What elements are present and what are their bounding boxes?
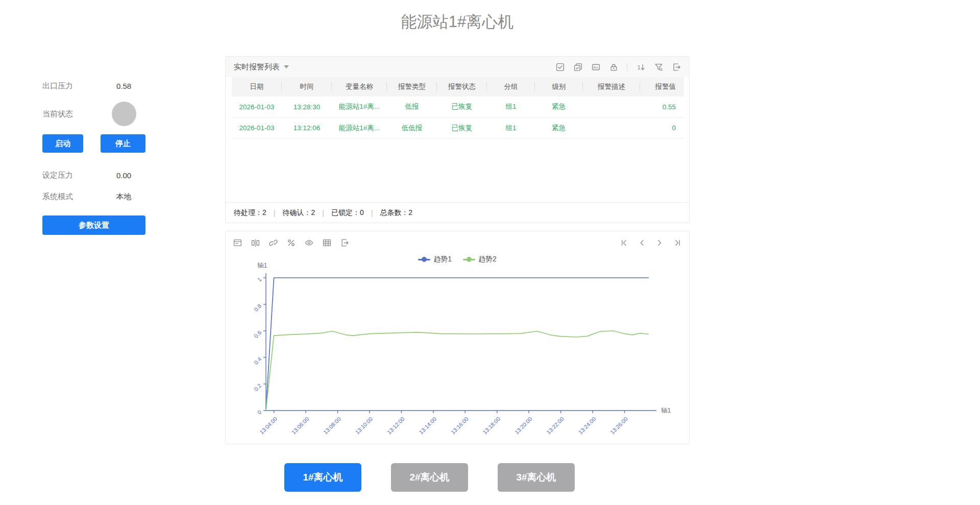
svg-text:0.6: 0.6 — [253, 329, 262, 339]
start-button[interactable]: 启动 — [42, 134, 83, 153]
machine-tabs: 1#离心机2#离心机3#离心机 — [225, 463, 690, 492]
system-mode-row: 系统模式 本地 — [42, 190, 145, 203]
set-pressure-value: 0.00 — [102, 171, 145, 180]
svg-text:13:08:00: 13:08:00 — [322, 416, 342, 436]
column-header: 报警值 — [640, 77, 684, 97]
svg-text:轴1: 轴1 — [257, 262, 267, 269]
alarm-cell-level: 紧急 — [535, 117, 583, 138]
column-header: 日期 — [232, 77, 282, 97]
alarm-cell-date: 2026-01-03 — [232, 117, 282, 138]
alarm-cell-description — [583, 97, 640, 117]
current-status-row: 当前状态 — [42, 102, 145, 126]
multi-select-icon[interactable] — [573, 62, 582, 71]
export-icon[interactable] — [672, 62, 681, 71]
machine-tab-1[interactable]: 1#离心机 — [284, 463, 361, 492]
svg-text:13:12:00: 13:12:00 — [386, 416, 406, 436]
alarm-cell-status: 已恢复 — [437, 97, 487, 117]
alarm-cell-type: 低低报 — [387, 117, 437, 138]
page-title: 能源站1#离心机 — [225, 11, 690, 33]
svg-text:13:16:00: 13:16:00 — [450, 416, 470, 436]
alarm-cell-group: 组1 — [487, 97, 535, 117]
svg-text:0.2: 0.2 — [253, 382, 262, 392]
alarm-cell-variable: 能源站1#离... — [332, 117, 387, 138]
alarm-cell-date: 2026-01-03 — [232, 97, 282, 117]
alarm-cell-group: 组1 — [487, 117, 535, 138]
set-pressure-row: 设定压力 0.00 — [42, 169, 145, 182]
stat-item: 待处理：2 — [234, 208, 266, 218]
machine-tab-2[interactable]: 2#离心机 — [391, 463, 468, 492]
alarm-panel: 实时报警列表 ALL1 日期时间变量名称报警类型报警状态分组级别报警描述报警值 … — [225, 56, 690, 223]
alarm-table: 日期时间变量名称报警类型报警状态分组级别报警描述报警值 2026-01-0313… — [232, 77, 684, 139]
svg-text:1: 1 — [637, 64, 641, 70]
column-header: 报警状态 — [437, 77, 487, 97]
parameter-settings-button[interactable]: 参数设置 — [42, 215, 145, 235]
svg-text:0.8: 0.8 — [253, 303, 262, 312]
outlet-pressure-label: 出口压力 — [42, 81, 73, 91]
outlet-pressure-value: 0.58 — [102, 82, 145, 90]
alarm-cell-description — [583, 117, 640, 138]
column-header: 分组 — [487, 77, 535, 97]
stat-separator: | — [322, 209, 324, 217]
svg-text:13:22:00: 13:22:00 — [545, 416, 565, 436]
alarm-cell-time: 13:12:06 — [282, 117, 332, 138]
alarm-cell-time: 13:28:30 — [282, 97, 332, 117]
alarm-cell-level: 紧急 — [535, 97, 583, 117]
system-mode-label: 系统模式 — [42, 192, 73, 202]
alarm-list-dropdown[interactable]: 实时报警列表 — [234, 62, 289, 72]
svg-text:13:24:00: 13:24:00 — [577, 416, 597, 436]
alarm-stats-bar: 待处理：2|待确认：2|已锁定：0|总条数：2 — [226, 202, 689, 223]
alarm-list-title: 实时报警列表 — [234, 62, 280, 72]
svg-text:13:18:00: 13:18:00 — [481, 416, 501, 436]
svg-text:13:14:00: 13:14:00 — [418, 416, 438, 436]
column-header: 变量名称 — [332, 77, 387, 97]
sort-icon[interactable]: 1 — [636, 62, 645, 71]
svg-text:0.4: 0.4 — [253, 356, 262, 366]
stat-separator: | — [274, 209, 276, 217]
svg-text:13:04:00: 13:04:00 — [258, 416, 278, 436]
toolbar-divider — [627, 63, 627, 71]
outlet-pressure-row: 出口压力 0.58 — [42, 79, 145, 92]
column-header: 时间 — [282, 77, 332, 97]
svg-text:13:26:00: 13:26:00 — [609, 416, 629, 436]
stat-item: 已锁定：0 — [331, 208, 364, 218]
svg-text:13:10:00: 13:10:00 — [354, 416, 374, 436]
lock-icon[interactable] — [609, 62, 618, 71]
select-all-icon[interactable]: ALL — [591, 62, 600, 71]
alarm-cell-variable: 能源站1#离... — [332, 97, 387, 117]
filter-icon[interactable] — [654, 62, 663, 71]
svg-text:13:06:00: 13:06:00 — [290, 416, 310, 436]
svg-text:ALL: ALL — [593, 65, 599, 68]
stop-button[interactable]: 停止 — [101, 134, 145, 153]
column-header: 报警类型 — [387, 77, 437, 97]
alarm-toolbar: ALL1 — [555, 62, 681, 71]
alarm-table-header-row: 日期时间变量名称报警类型报警状态分组级别报警描述报警值 — [232, 77, 684, 97]
alarm-cell-status: 已恢复 — [437, 117, 487, 138]
stat-separator: | — [371, 209, 373, 217]
alarm-row[interactable]: 2026-01-0313:12:06能源站1#离...低低报已恢复组1紧急0 — [232, 117, 684, 138]
alarm-row[interactable]: 2026-01-0313:28:30能源站1#离...低报已恢复组1紧急0.55 — [232, 97, 684, 117]
column-header: 报警描述 — [583, 77, 640, 97]
alarm-panel-header: 实时报警列表 ALL1 — [226, 57, 689, 77]
chevron-down-icon — [284, 65, 289, 68]
alarm-cell-type: 低报 — [387, 97, 437, 117]
trend-chart: 00.20.40.60.8113:04:0013:06:0013:08:0013… — [226, 231, 690, 445]
alarm-cell-value: 0.55 — [640, 97, 684, 117]
select-icon[interactable] — [555, 62, 565, 71]
set-pressure-label: 设定压力 — [42, 171, 73, 180]
trend-panel: 趋势1趋势2 00.20.40.60.8113:04:0013:06:0013:… — [225, 231, 690, 444]
alarm-cell-value: 0 — [640, 117, 684, 138]
stat-item: 待确认：2 — [282, 208, 315, 218]
control-panel: 出口压力 0.58 当前状态 启动 停止 设定压力 0.00 系统模式 本地 参… — [42, 79, 145, 235]
svg-text:轴1: 轴1 — [661, 407, 671, 414]
svg-text:1: 1 — [256, 276, 263, 283]
system-mode-value: 本地 — [102, 192, 145, 202]
stat-item: 总条数：2 — [380, 208, 412, 218]
column-header: 级别 — [535, 77, 583, 97]
svg-text:13:20:00: 13:20:00 — [513, 416, 533, 436]
status-indicator — [112, 102, 136, 126]
machine-tab-3[interactable]: 3#离心机 — [498, 463, 575, 492]
current-status-label: 当前状态 — [42, 109, 73, 119]
svg-text:0: 0 — [256, 409, 263, 416]
